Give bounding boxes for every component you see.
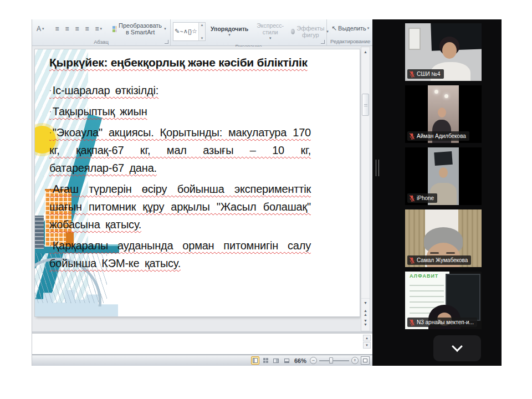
- vertical-scrollbar[interactable]: ▲ ▼ ▲▲ ▼▼: [361, 47, 370, 331]
- bullet: ·: [49, 108, 52, 115]
- slide-text-block[interactable]: Қыркүйек: еңбекқорлық және кәсіби білікт…: [49, 56, 311, 275]
- up-arrow-icon: ▲: [364, 313, 367, 316]
- scrollbar-thumb[interactable]: [362, 94, 369, 116]
- smartart-label: Преобразовать в SmartArt: [117, 22, 163, 35]
- slide-sorter-icon: [263, 358, 268, 363]
- notes-scroll-down-button[interactable]: ▼: [363, 342, 371, 349]
- previous-slide-button[interactable]: ▲▲: [361, 308, 370, 316]
- up-arrow-icon: ▲: [364, 309, 367, 313]
- zoom-in-button[interactable]: +: [351, 357, 359, 364]
- quick-styles-label: Экспресс-стили: [257, 22, 284, 35]
- quick-styles-button[interactable]: Экспресс-стили ▾: [253, 21, 287, 42]
- scroll-up-icon: ▲: [200, 23, 203, 27]
- minus-icon: −: [312, 358, 315, 363]
- ceiling-light: [444, 94, 448, 98]
- dialog-launcher-icon[interactable]: [165, 40, 168, 44]
- slide-paragraph[interactable]: ·Қарқаралы ауданында орман питомнигін са…: [49, 237, 311, 272]
- shapes-gallery-scroll[interactable]: ▲ ▼: [198, 23, 205, 40]
- scroll-up-button[interactable]: ▲: [361, 48, 370, 56]
- collapse-panel-button[interactable]: [433, 335, 481, 361]
- mic-muted-icon: [410, 257, 415, 264]
- mic-muted-icon: [410, 195, 415, 202]
- participant-tile[interactable]: АЛФАВИТ N3 арнайы мектеп-и...: [405, 272, 482, 329]
- tv-screen: [434, 151, 453, 166]
- powerpoint-window: A ▾ ≡ ≡ ≡ ≡ ≡ ▾ Преобразовать в SmartArt: [32, 19, 372, 366]
- participant-name-label: iPhone: [407, 193, 437, 203]
- bullet: ·: [49, 86, 52, 94]
- smartart-icon: [112, 26, 116, 32]
- text-direction-button[interactable]: A ▾: [34, 24, 47, 34]
- reading-view-icon: [273, 359, 279, 363]
- bullet: ·: [49, 185, 52, 193]
- chevron-down-icon: ▾: [100, 27, 103, 31]
- slideshow-icon: [284, 359, 289, 363]
- slide-canvas[interactable]: Қыркүйек: еңбекқорлық және кәсіби білікт…: [35, 49, 360, 316]
- up-arrow-icon: ▲: [365, 336, 369, 340]
- align-center-button[interactable]: ≡: [63, 24, 71, 34]
- shape-star-icon[interactable]: ☆: [192, 28, 197, 35]
- convert-smartart-button[interactable]: Преобразовать в SmartArt ▾: [110, 21, 168, 37]
- shapes-gallery: ✎ ~ ∧ { } ☆ ▲ ▼: [173, 22, 206, 41]
- participant-name-label: Самал Жумабекова: [407, 255, 471, 265]
- plus-icon: +: [354, 358, 356, 363]
- chevron-down-icon: ▾: [164, 27, 166, 31]
- slide-paragraph[interactable]: ·Тақырыптық жиын: [49, 103, 311, 120]
- align-left-button[interactable]: ≡: [53, 24, 62, 34]
- dialog-launcher-icon[interactable]: [321, 40, 325, 44]
- chevron-down-icon: ▾: [367, 26, 370, 30]
- ribbon-group-drawing: ✎ ~ ∧ { } ☆ ▲ ▼ Упорядочить: [171, 19, 327, 45]
- line-spacing-icon: ≡: [95, 25, 99, 32]
- notes-scrollbar: ▲ ▼: [363, 335, 371, 349]
- slide-sorter-button[interactable]: [262, 356, 270, 365]
- shape-pencil-icon[interactable]: ✎: [175, 28, 180, 35]
- panel-resize-handle[interactable]: [376, 160, 379, 176]
- group-label-paragraph: Абзац: [94, 39, 109, 45]
- participant-name-label: N3 арнайы мектеп-и...: [407, 318, 477, 327]
- slide-title[interactable]: Қыркүйек: еңбекқорлық және кәсіби білікт…: [49, 56, 311, 69]
- slide-paragraph[interactable]: ·"Экоаула" акциясы. Қорытынды: макулатур…: [49, 124, 311, 177]
- person-eyebrow: [446, 252, 455, 254]
- participant-tile[interactable]: iPhone: [405, 147, 482, 205]
- align-justify-button[interactable]: ≡: [83, 24, 91, 34]
- chevron-down-icon: [452, 341, 463, 352]
- participant-name-label: СШИ №4: [407, 69, 444, 79]
- participant-tile[interactable]: Самал Жумабекова: [405, 209, 482, 267]
- normal-view-icon: [253, 358, 258, 363]
- notes-scroll-up-button[interactable]: ▲: [363, 335, 371, 341]
- meeting-panel: СШИ №4 Айман Адилбекова: [372, 19, 502, 366]
- arrange-button[interactable]: Упорядочить ▾: [207, 24, 252, 39]
- normal-view-button[interactable]: [251, 356, 259, 365]
- line-spacing-button[interactable]: ≡ ▾: [93, 24, 105, 34]
- align-icon: ≡: [55, 25, 59, 32]
- up-arrow-icon: ▲: [364, 50, 367, 54]
- group-label-editing: Редактирование: [330, 38, 370, 44]
- participant-tile[interactable]: СШИ №4: [405, 23, 482, 81]
- select-button[interactable]: ↖ Выделить ▾: [329, 23, 371, 33]
- participant-tile[interactable]: Айман Адилбекова: [405, 85, 482, 143]
- ceiling-light: [434, 90, 438, 94]
- arrange-label: Упорядочить: [211, 25, 248, 32]
- slideshow-button[interactable]: [283, 356, 291, 365]
- shape-effects-label: Эффекты фигур: [296, 25, 326, 38]
- reading-view-button[interactable]: [272, 356, 280, 365]
- cursor-icon: ↖: [331, 25, 337, 32]
- scroll-down-button[interactable]: ▼: [361, 298, 370, 306]
- notes-pane[interactable]: ▲ ▼: [32, 333, 372, 355]
- zoom-out-button[interactable]: −: [310, 357, 317, 364]
- fit-to-window-button[interactable]: [361, 356, 370, 365]
- zoom-slider-thumb[interactable]: [329, 357, 333, 364]
- ribbon-group-paragraph: A ▾ ≡ ≡ ≡ ≡ ≡ ▾ Преобразовать в SmartArt: [32, 19, 171, 45]
- shape-effects-button[interactable]: Эффекты фигур ▾: [289, 23, 331, 40]
- screen: A ▾ ≡ ≡ ≡ ≡ ≡ ▾ Преобразовать в SmartArt: [0, 0, 532, 399]
- next-slide-button[interactable]: ▼▼: [361, 318, 370, 326]
- chevron-down-icon: ▾: [228, 33, 231, 37]
- align-right-button[interactable]: ≡: [73, 24, 81, 34]
- shape-zigzag-icon[interactable]: ∧: [183, 28, 188, 35]
- fit-to-window-icon: [363, 359, 367, 362]
- person-face: [438, 108, 446, 117]
- slide-paragraph[interactable]: ·Ағаш түрлерін өсіру бойынша эксперимент…: [49, 180, 311, 233]
- slide-paragraph[interactable]: ·Іс-шаралар өткізілді:: [49, 81, 311, 99]
- mic-muted-icon: [410, 319, 415, 326]
- zoom-slider[interactable]: [319, 357, 349, 364]
- bullet: ·: [49, 242, 52, 249]
